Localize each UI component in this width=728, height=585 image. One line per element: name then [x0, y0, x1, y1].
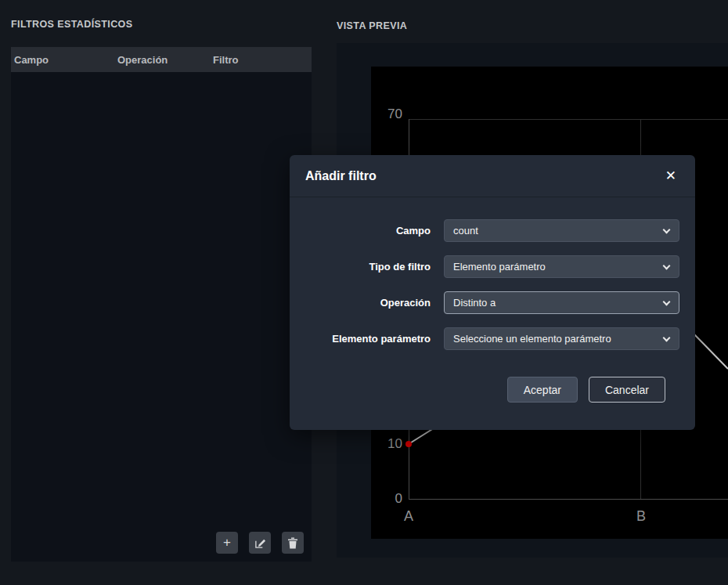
operacion-select-value: Distinto a — [453, 297, 496, 309]
tipo-de-filtro-select[interactable]: Elemento parámetro — [444, 255, 679, 278]
trash-icon — [287, 537, 298, 549]
operacion-label: Operación — [305, 297, 431, 309]
column-header-filtro: Filtro — [210, 54, 312, 66]
operacion-select[interactable]: Distinto a — [444, 291, 679, 314]
add-filter-dialog: Añadir filtro ✕ Campo count Tipo de filt… — [290, 155, 695, 430]
close-icon: ✕ — [665, 168, 676, 183]
filters-panel: Campo Operación Filtro + — [11, 47, 312, 562]
filters-panel-title: FILTROS ESTADÍSTICOS — [11, 19, 132, 30]
dialog-footer: Aceptar Cancelar — [305, 363, 679, 403]
elemento-parametro-label: Elemento parámetro — [305, 333, 431, 345]
form-row-elemento-parametro: Elemento parámetro Seleccione un element… — [305, 327, 679, 350]
filters-toolbar: + — [216, 532, 304, 554]
xtick-a: A — [404, 508, 413, 525]
delete-filter-button[interactable] — [282, 532, 304, 554]
edit-filter-button[interactable] — [249, 532, 271, 554]
add-filter-button[interactable]: + — [216, 532, 238, 554]
dialog-title: Añadir filtro — [305, 169, 377, 183]
form-row-campo: Campo count — [305, 219, 679, 242]
filters-table-header: Campo Operación Filtro — [11, 47, 312, 72]
campo-label: Campo — [305, 225, 431, 237]
tipo-de-filtro-label: Tipo de filtro — [305, 261, 431, 273]
campo-select-value: count — [453, 225, 478, 237]
ytick-70: 70 — [371, 107, 402, 122]
ytick-0: 0 — [371, 491, 402, 507]
chevron-down-icon — [663, 226, 671, 234]
dialog-header: Añadir filtro ✕ — [290, 155, 695, 197]
chevron-down-icon — [663, 298, 671, 306]
ytick-10: 10 — [371, 436, 402, 452]
form-row-operacion: Operación Distinto a — [305, 291, 679, 314]
cancel-button[interactable]: Cancelar — [589, 377, 665, 403]
accept-button[interactable]: Aceptar — [507, 377, 578, 403]
tipo-de-filtro-select-value: Elemento parámetro — [453, 261, 546, 273]
chevron-down-icon — [663, 334, 671, 342]
form-row-tipo-de-filtro: Tipo de filtro Elemento parámetro — [305, 255, 679, 278]
pencil-square-icon — [254, 537, 266, 549]
preview-panel-title: VISTA PREVIA — [337, 20, 407, 31]
plus-icon: + — [223, 533, 231, 553]
column-header-operacion: Operación — [114, 54, 210, 66]
column-header-campo: Campo — [11, 54, 114, 66]
campo-select[interactable]: count — [444, 219, 679, 242]
data-point-marker — [405, 441, 412, 447]
dialog-body: Campo count Tipo de filtro Elemento pará… — [290, 197, 695, 403]
xtick-b: B — [636, 508, 646, 525]
close-button[interactable]: ✕ — [662, 168, 679, 184]
elemento-parametro-select[interactable]: Seleccione un elemento parámetro — [444, 327, 679, 350]
chevron-down-icon — [663, 262, 671, 270]
filters-table-body — [11, 72, 312, 524]
elemento-parametro-select-value: Seleccione un elemento parámetro — [453, 333, 611, 345]
